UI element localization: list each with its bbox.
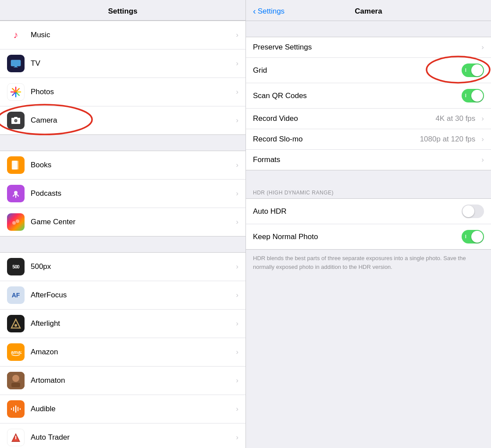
chevron-icon: ›: [236, 31, 238, 39]
afterlight-icon: [7, 315, 25, 332]
svg-point-4: [15, 120, 17, 122]
500px-label: 500px: [31, 262, 232, 271]
hdr-settings-group: Auto HDR Keep Normal Photo I: [246, 198, 491, 250]
settings-panel: Settings ♪ Music › TV ›: [0, 0, 246, 448]
settings-group-2: Books › Podcasts › Game Cen: [0, 151, 246, 236]
autotrader-icon: [7, 429, 25, 446]
list-item[interactable]: 500 500px ›: [0, 253, 246, 281]
formats-row[interactable]: Formats ›: [246, 150, 491, 170]
list-item[interactable]: Podcasts ›: [0, 180, 246, 208]
settings-group-1: ♪ Music › TV ›: [0, 21, 246, 135]
list-item[interactable]: amazon Amazon ›: [0, 338, 246, 367]
camera-title: Camera: [355, 7, 382, 16]
chevron-icon: ›: [236, 405, 238, 413]
podcasts-icon: [7, 185, 25, 202]
gamecenter-label: Game Center: [31, 218, 232, 226]
camera-header: ‹ Settings Camera: [246, 0, 491, 21]
toggle-thumb: [471, 231, 483, 243]
afterfocus-icon: AF: [7, 286, 25, 304]
separator: [0, 236, 246, 252]
list-item[interactable]: ♪ Music ›: [0, 21, 246, 49]
music-label: Music: [31, 31, 232, 39]
svg-point-17: [12, 375, 19, 382]
back-button[interactable]: ‹ Settings: [253, 6, 285, 16]
auto-hdr-row[interactable]: Auto HDR: [246, 199, 491, 224]
hdr-section-header: HDR (HIGH DYNAMIC RANGE): [246, 186, 491, 198]
svg-rect-0: [11, 60, 21, 66]
music-icon: ♪: [7, 26, 25, 44]
amazon-icon: amazon: [7, 343, 25, 361]
artomaton-label: Artomaton: [31, 376, 232, 385]
chevron-icon: ›: [481, 135, 484, 144]
scan-qr-row[interactable]: Scan QR Codes I: [246, 83, 491, 109]
photos-icon: [7, 83, 25, 101]
list-item[interactable]: Artomaton ›: [0, 367, 246, 395]
toggle-thumb: [471, 64, 483, 76]
audible-icon: [7, 400, 25, 418]
500px-icon: 500: [7, 258, 25, 275]
gamecenter-icon: [7, 213, 25, 231]
svg-point-9: [14, 191, 18, 194]
record-video-label: Record Video: [253, 114, 436, 123]
list-item[interactable]: TV ›: [0, 49, 246, 78]
svg-rect-18: [11, 383, 20, 387]
artomaton-icon: [7, 372, 25, 389]
back-chevron-icon: ‹: [253, 6, 256, 16]
keep-normal-photo-row[interactable]: Keep Normal Photo I: [246, 224, 491, 249]
list-item[interactable]: Photos ›: [0, 78, 246, 106]
chevron-icon: ›: [481, 155, 484, 164]
back-label: Settings: [258, 7, 285, 16]
grid-label: Grid: [253, 66, 462, 75]
chevron-icon: ›: [236, 376, 238, 385]
camera-label: Camera: [31, 116, 232, 125]
svg-point-11: [12, 221, 16, 225]
list-item[interactable]: AF AfterFocus ›: [0, 281, 246, 310]
svg-point-12: [16, 219, 19, 223]
auto-hdr-toggle[interactable]: [462, 205, 484, 218]
list-item[interactable]: Afterlight ›: [0, 310, 246, 338]
autotrader-label: Auto Trader: [31, 433, 232, 442]
chevron-icon: ›: [236, 116, 238, 125]
record-slomo-row[interactable]: Record Slo-mo 1080p at 120 fps ›: [246, 129, 491, 150]
formats-label: Formats: [253, 155, 478, 164]
list-item[interactable]: Game Center ›: [0, 208, 246, 236]
hdr-description-text: HDR blends the best parts of three separ…: [253, 255, 466, 270]
record-slomo-label: Record Slo-mo: [253, 135, 420, 144]
chevron-icon: ›: [236, 291, 238, 300]
tv-icon: [7, 55, 25, 72]
grid-row[interactable]: Grid I: [246, 58, 491, 83]
chevron-icon: ›: [236, 348, 238, 356]
chevron-icon: ›: [236, 88, 238, 96]
settings-heading: Settings: [108, 7, 137, 15]
camera-settings-panel: ‹ Settings Camera Preserve Settings › Gr…: [246, 0, 491, 448]
scan-qr-toggle[interactable]: I: [462, 89, 484, 102]
hdr-description: HDR blends the best parts of three separ…: [246, 250, 491, 275]
camera-list-item[interactable]: Camera ›: [0, 106, 246, 134]
chevron-icon: ›: [236, 189, 238, 198]
settings-group-3: 500 500px › AF AfterFocus › Afterlight ›: [0, 252, 246, 448]
chevron-icon: ›: [236, 161, 238, 169]
svg-text:amazon: amazon: [11, 349, 21, 355]
list-item[interactable]: Auto Trader ›: [0, 423, 246, 448]
record-video-row[interactable]: Record Video 4K at 30 fps ›: [246, 109, 491, 129]
list-item[interactable]: Audible ›: [0, 395, 246, 423]
toggle-thumb: [471, 90, 483, 102]
keep-normal-photo-toggle[interactable]: I: [462, 230, 484, 243]
keep-normal-photo-label: Keep Normal Photo: [253, 233, 462, 241]
list-item[interactable]: Books ›: [0, 151, 246, 180]
svg-point-14: [14, 324, 17, 327]
chevron-icon: ›: [236, 59, 238, 68]
preserve-settings-row[interactable]: Preserve Settings ›: [246, 37, 491, 58]
grid-toggle[interactable]: I: [462, 63, 484, 77]
podcasts-label: Podcasts: [31, 189, 232, 198]
chevron-icon: ›: [236, 262, 238, 271]
chevron-icon: ›: [481, 114, 484, 123]
record-slomo-value: 1080p at 120 fps: [420, 135, 476, 144]
tv-label: TV: [31, 59, 232, 68]
settings-title: Settings: [0, 0, 246, 21]
svg-rect-2: [14, 67, 18, 67]
toggle-thumb: [463, 205, 474, 217]
camera-settings-group: Preserve Settings › Grid I Scan QR Codes…: [246, 37, 491, 170]
chevron-icon: ›: [236, 218, 238, 226]
photos-label: Photos: [31, 88, 232, 96]
